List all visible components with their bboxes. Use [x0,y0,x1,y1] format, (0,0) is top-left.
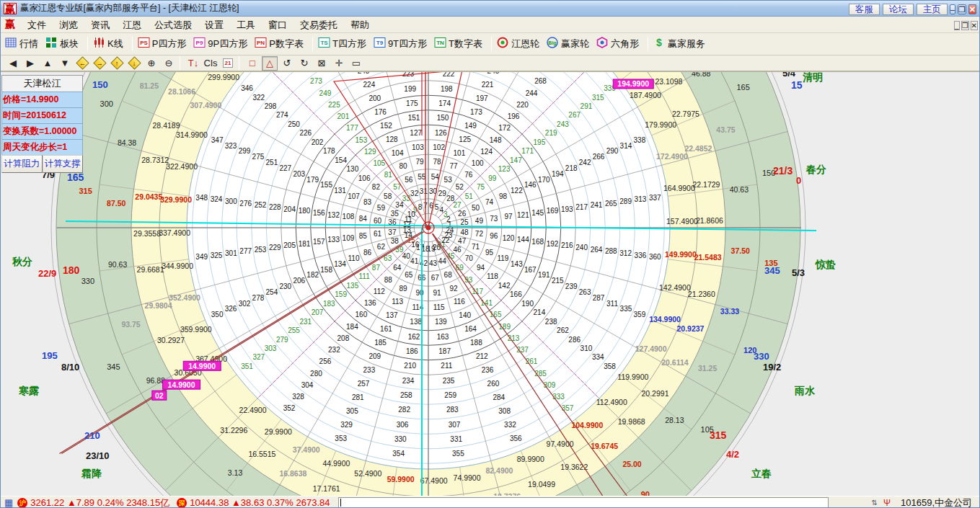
scroll-right-button[interactable]: ▶ [22,56,38,71]
svg-text:135: 135 [347,282,359,290]
gann-wheel-chart[interactable]: 1234567891011121314151617181920212223242… [1,72,980,496]
outer-label-清明: 清明 [803,72,823,83]
menu-4[interactable]: 公式选股 [148,18,198,32]
calc-support-button[interactable]: 计算支撑 [43,155,84,173]
square-tool-button[interactable]: □ [244,56,260,71]
toolbar-板块[interactable]: 板块 [45,37,79,51]
title-button-0[interactable]: 客服 [849,4,880,15]
toolbar-label: 行情 [19,37,38,50]
sort-icon[interactable]: ⇅ [872,499,878,507]
svg-text:84.38: 84.38 [118,138,136,147]
svg-text:344.9900: 344.9900 [162,262,193,270]
svg-text:171: 171 [521,147,534,155]
code-input[interactable] [338,497,829,508]
svg-text:22.4900: 22.4900 [239,406,267,414]
toolbar-赢家服务[interactable]: $赢家服务 [653,37,705,51]
select-box-button[interactable]: ⊠ [314,56,330,71]
svg-text:219: 219 [545,129,557,137]
toolbar-T数字表[interactable]: TNT数字表 [434,37,482,51]
svg-text:38: 38 [391,237,399,245]
menu-9[interactable]: 帮助 [344,18,376,32]
svg-text:4: 4 [439,206,443,214]
broker-info: 101659,中金公司 [901,496,972,508]
svg-text:153: 153 [356,136,368,144]
toolbar-label: 9T四方形 [388,37,427,50]
calc-resistance-button[interactable]: 计算阻力 [1,155,43,173]
svg-text:260: 260 [487,380,500,388]
menu-7[interactable]: 窗口 [262,18,293,32]
svg-text:109: 109 [343,234,355,242]
svg-text:132: 132 [327,211,340,219]
toolbar-K线[interactable]: K线 [93,37,123,51]
svg-text:101: 101 [454,149,466,157]
svg-text:233: 233 [363,366,376,374]
outer-label-165: 165 [67,171,84,183]
svg-text:298: 298 [265,102,277,110]
toolbar-9T四方形[interactable]: T99T四方形 [374,37,427,51]
menu-2[interactable]: 资讯 [84,18,116,32]
zoom-out-button[interactable]: ⊖ [161,56,177,71]
shanghai-index-quote[interactable]: 3261.22 ▲7.89 0.24% 2348.15亿 [30,496,169,508]
title-button-1[interactable]: 论坛 [883,4,914,15]
page-up-button[interactable]: ▲ [40,56,56,71]
svg-text:337: 337 [649,194,661,202]
svg-text:274: 274 [276,111,288,119]
quote-grid-icon[interactable]: ▦ [4,497,13,508]
menu-8[interactable]: 交易委托 [293,18,344,32]
menu-3[interactable]: 江恩 [116,18,148,32]
t-down-button[interactable]: T↓ [185,56,201,71]
menu-0[interactable]: 文件 [21,18,53,32]
shift-up-button[interactable]: ↑ [109,56,125,71]
svg-text:354: 354 [392,450,405,458]
svg-text:299: 299 [239,147,251,155]
toolbar-江恩轮[interactable]: 江恩轮 [497,37,539,51]
close-button[interactable]: ✕ [968,4,976,14]
svg-text:126: 126 [435,129,447,137]
toolbar-行情[interactable]: 行情 [5,37,38,51]
screen-button[interactable]: ▭ [348,56,364,71]
svg-text:236: 236 [482,366,494,374]
rotate-ccw-button[interactable]: ↺ [279,56,295,71]
svg-text:85: 85 [359,232,368,240]
svg-text:3: 3 [443,210,448,218]
shenzhen-index-quote[interactable]: 10444.38 ▲38.63 0.37% 2673.84 [190,497,330,508]
shift-down-button[interactable]: ↓ [126,56,142,71]
menu-1[interactable]: 浏览 [53,18,84,32]
toolbar-六角形[interactable]: 六角形 [596,37,639,51]
minimize-button[interactable]: – [950,4,955,14]
zoom-in-button[interactable]: ⊕ [144,56,159,71]
cls-button[interactable]: Cls [203,56,218,71]
svg-text:56: 56 [405,176,413,184]
outer-label-345: 345 [764,265,780,276]
scroll-left-button[interactable]: ◀ [5,56,21,71]
svg-text:265: 265 [605,200,617,208]
calendar-button[interactable]: 21 [220,56,236,71]
toolbar-T四方形[interactable]: TST四方形 [318,37,366,51]
menu-5[interactable]: 设置 [198,18,230,32]
svg-text:327: 327 [252,353,265,361]
child-restore-button[interactable]: ❐ [961,21,969,30]
toolbar-9P四方形[interactable]: P99P四方形 [193,37,247,51]
shift-right-button[interactable]: → [92,56,107,71]
svg-text:65: 65 [405,271,413,279]
shift-left-button[interactable]: ← [74,56,90,71]
menu-6[interactable]: 工具 [230,18,262,32]
title-button-2[interactable]: 主页 [917,4,948,15]
toolbar-P数字表[interactable]: PNP数字表 [255,37,304,51]
triangle-tool-button[interactable]: △ [262,56,278,71]
restore-button[interactable]: ❐ [958,4,966,14]
page-down-button[interactable]: ▼ [57,56,73,71]
svg-text:20.9237: 20.9237 [676,324,704,333]
fit-button[interactable]: ✛ [331,56,347,71]
child-minimize-button[interactable]: _ [954,21,960,30]
child-close-button[interactable]: ✕ [971,21,978,30]
svg-text:31.2296: 31.2296 [220,426,247,435]
rotate-cw-button[interactable]: ↻ [296,56,312,71]
svg-text:352: 352 [283,404,296,412]
svg-text:173: 173 [470,108,482,116]
toolbar-P四方形[interactable]: PSP四方形 [138,37,187,51]
svg-text:165: 165 [490,311,502,318]
svg-text:40.63: 40.63 [730,185,749,194]
toolbar-赢家轮[interactable]: Big赢家轮 [547,37,589,51]
svg-text:275: 275 [252,153,265,161]
